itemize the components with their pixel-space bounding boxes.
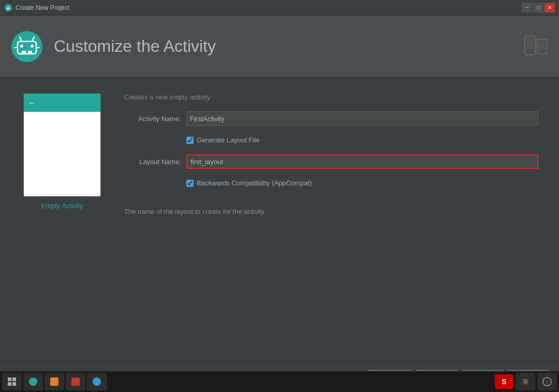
page-title: Customize the Activity [54, 37, 216, 56]
minimize-button[interactable]: ─ [522, 3, 532, 12]
backwards-compat-label: Backwards Compatibility (AppCompat) [197, 179, 312, 187]
svg-rect-19 [12, 382, 16, 386]
sogou-icon[interactable]: S [495, 374, 513, 389]
svg-text:i: i [547, 380, 548, 385]
phone-header: ← [24, 94, 100, 112]
generate-layout-row: Generate Layout File [186, 136, 538, 144]
device-preview-icon [524, 35, 549, 58]
activity-type-label: Empty Activity [41, 202, 83, 210]
app-icon: A [4, 4, 12, 12]
phone-mockup: ← [23, 93, 101, 197]
close-button[interactable]: ✕ [545, 3, 555, 12]
title-bar-label: Create New Project [16, 4, 522, 11]
svg-rect-15 [539, 41, 545, 51]
taskbar-app2[interactable] [45, 373, 64, 390]
svg-rect-17 [12, 378, 16, 381]
start-button[interactable] [2, 373, 22, 390]
svg-rect-13 [527, 38, 533, 49]
taskbar-right-area: S 英 i [495, 373, 557, 390]
form-panel: Creates a new empty activity Activity Na… [124, 93, 538, 345]
svg-point-20 [29, 378, 37, 386]
svg-text:A: A [7, 6, 10, 11]
svg-point-23 [93, 378, 101, 386]
maximize-button[interactable]: □ [533, 3, 543, 12]
layout-name-label: Layout Name: [124, 158, 181, 166]
svg-rect-21 [50, 378, 58, 386]
taskbar-app3[interactable] [66, 373, 85, 390]
svg-rect-18 [8, 382, 11, 386]
taskbar-app4[interactable] [87, 373, 107, 390]
android-studio-logo [10, 30, 43, 63]
svg-point-5 [31, 45, 34, 48]
activity-name-input[interactable] [186, 111, 538, 126]
system-tray[interactable]: 英 [516, 373, 535, 390]
svg-point-2 [11, 31, 42, 62]
system-taskbar: S 英 i [0, 371, 559, 392]
main-content: ← Empty Activity Creates a new empty act… [0, 78, 559, 361]
activity-name-label: Activity Name: [124, 115, 181, 123]
svg-rect-22 [71, 378, 80, 386]
notification-area[interactable]: i [537, 373, 557, 390]
backwards-compat-row: Backwards Compatibility (AppCompat) [186, 179, 538, 187]
taskbar-app1[interactable] [23, 373, 43, 390]
phone-body [24, 112, 100, 197]
back-arrow-icon: ← [28, 98, 36, 108]
layout-name-group: Layout Name: [124, 154, 538, 169]
backwards-compat-checkbox[interactable] [186, 180, 194, 187]
activity-name-group: Activity Name: [124, 111, 538, 126]
svg-rect-11 [28, 51, 32, 54]
form-description: Creates a new empty activity [124, 93, 538, 101]
preview-panel: ← Empty Activity [21, 93, 104, 345]
svg-point-4 [20, 45, 23, 48]
generate-layout-checkbox[interactable] [186, 137, 194, 144]
title-bar: A Create New Project ─ □ ✕ [0, 0, 559, 16]
layout-name-input[interactable] [186, 154, 538, 169]
dialog-header: Customize the Activity [0, 16, 559, 78]
svg-rect-16 [8, 378, 11, 381]
hint-text: The name of the layout to create for the… [124, 208, 538, 215]
window-controls: ─ □ ✕ [522, 3, 555, 12]
svg-rect-10 [22, 51, 26, 54]
generate-layout-label: Generate Layout File [197, 136, 259, 144]
